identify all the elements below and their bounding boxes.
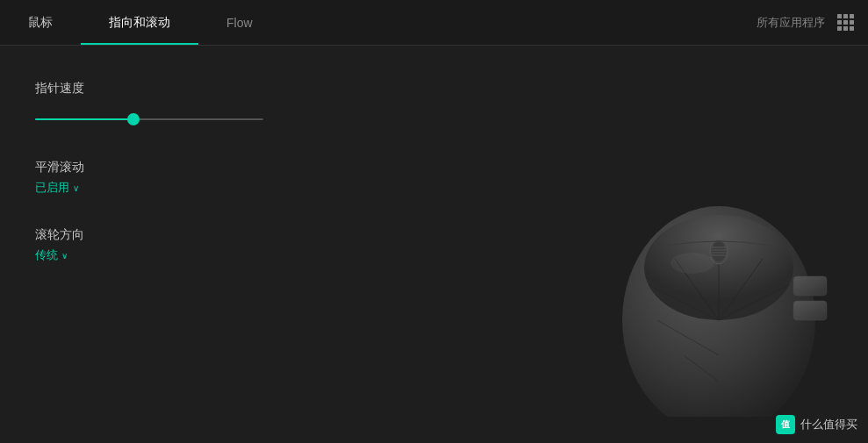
pointer-speed-label: 指针速度 (35, 81, 833, 96)
smooth-scroll-section: 平滑滚动 已启用 ∨ (35, 160, 833, 196)
scroll-direction-chevron-icon: ∨ (61, 251, 68, 261)
smooth-scroll-current-value: 已启用 (35, 180, 69, 196)
apps-grid-icon[interactable] (837, 14, 854, 31)
mouse-illustration (578, 197, 868, 417)
smooth-scroll-label: 平滑滚动 (35, 160, 833, 175)
watermark: 值 什么值得买 (776, 415, 857, 434)
tab-mouse[interactable]: 鼠标 (0, 0, 81, 45)
mouse-image-area (534, 197, 868, 443)
all-apps-label[interactable]: 所有应用程序 (757, 15, 825, 31)
svg-point-10 (712, 242, 726, 261)
svg-rect-15 (793, 276, 827, 296)
tab-flow[interactable]: Flow (198, 0, 281, 45)
pointer-speed-slider[interactable] (35, 111, 263, 128)
tab-pointing[interactable]: 指向和滚动 (81, 0, 198, 45)
svg-rect-16 (793, 301, 827, 320)
smooth-scroll-chevron-icon: ∨ (73, 183, 79, 193)
scroll-direction-current-value: 传统 (35, 247, 58, 263)
nav-bar: 鼠标 指向和滚动 Flow 所有应用程序 (0, 0, 868, 46)
watermark-text: 什么值得买 (800, 417, 857, 432)
slider-thumb[interactable] (127, 113, 140, 125)
smooth-scroll-value[interactable]: 已启用 ∨ (35, 180, 79, 196)
slider-fill (35, 118, 133, 120)
pointer-speed-section: 指针速度 (35, 81, 833, 128)
nav-right-area: 所有应用程序 (757, 0, 868, 45)
svg-point-17 (671, 253, 714, 274)
watermark-badge: 值 (776, 415, 795, 434)
scroll-direction-value[interactable]: 传统 ∨ (35, 247, 68, 263)
slider-track (35, 118, 263, 120)
